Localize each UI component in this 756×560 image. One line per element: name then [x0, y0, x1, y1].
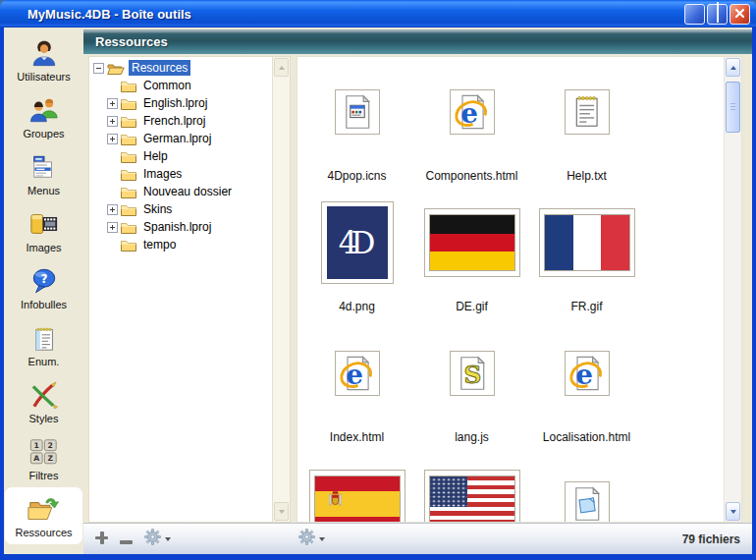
sidebar-item-menus[interactable]: Menus [4, 145, 83, 202]
file-name-label: FR.gif [570, 300, 602, 313]
expand-plus-icon[interactable] [107, 204, 118, 215]
ie-html-icon[interactable]: e [565, 351, 610, 396]
file-name-label: 4Dpop.icns [327, 169, 386, 183]
spain-flag-image [314, 476, 401, 522]
files-scroll-up-button[interactable] [726, 58, 740, 77]
tree-item-french-lproj[interactable]: French.lproj [89, 112, 272, 130]
folder-closed-icon [121, 133, 136, 145]
tree-item-spanish-lproj[interactable]: Spanish.lproj [89, 218, 272, 236]
file-thumb-wrap [424, 455, 520, 522]
js-file-icon[interactable]: S [450, 351, 495, 396]
sidebar-item-filtres[interactable]: 12AZ Filtres [4, 430, 83, 487]
tree-item-tempo[interactable]: tempo [89, 236, 272, 253]
tree-scrollbar[interactable] [272, 57, 290, 522]
close-button[interactable] [729, 4, 750, 25]
minus-icon [120, 531, 133, 548]
folder-open-icon [107, 62, 125, 75]
files-scroll-track[interactable] [725, 78, 741, 501]
flag-usa[interactable] [424, 470, 520, 522]
file-item-components-html[interactable]: e Components.html [414, 63, 529, 194]
file-item-help-txt[interactable]: Help.txt [529, 63, 644, 194]
plus-icon [95, 531, 108, 548]
files-scroll-thumb[interactable] [726, 82, 740, 133]
tree-item-label: French.lproj [140, 113, 208, 129]
window-controls [684, 4, 750, 25]
folder-closed-icon [121, 168, 136, 181]
add-button[interactable] [95, 531, 108, 548]
titlebar[interactable]: MyMusic.4DB - Boîte outils [0, 0, 756, 28]
menu-widget-icon [30, 151, 58, 183]
file-thumb-wrap [309, 455, 405, 522]
file-name-label: lang.js [455, 430, 489, 444]
sidebar-item-infobulles[interactable]: ? Infobulles [4, 259, 83, 316]
tree-item-help[interactable]: Help [89, 147, 272, 165]
file-item-index-html[interactable]: e Index.html [299, 324, 414, 455]
4d-logo-image[interactable]: 4D [321, 201, 394, 284]
file-item-row4-3[interactable] [529, 455, 644, 522]
sidebar-item-label: Images [26, 242, 61, 253]
file-name-label: Components.html [425, 169, 517, 183]
folder-closed-icon [121, 115, 136, 128]
tree-item-resources[interactable]: Resources [89, 59, 272, 77]
tree-item-nouveau-dossier[interactable]: Nouveau dossier [89, 183, 272, 200]
expand-plus-icon[interactable] [107, 116, 118, 127]
section-header: Ressources [83, 29, 752, 54]
tree-item-images[interactable]: Images [89, 165, 272, 183]
sidebar-item-groupes[interactable]: Groupes [4, 88, 83, 145]
expand-plus-icon[interactable] [107, 222, 118, 233]
window-title: MyMusic.4DB - Boîte outils [27, 7, 191, 22]
note-file-icon[interactable] [565, 481, 610, 522]
file-item-4dpop-icns[interactable]: 4Dpop.icns [299, 63, 414, 194]
ie-html-icon[interactable]: e [335, 351, 380, 396]
sidebar-item-utilisateurs[interactable]: Utilisateurs [4, 31, 83, 88]
tree-item-skins[interactable]: Skins [89, 200, 272, 218]
remove-button[interactable] [120, 531, 133, 548]
notepad-file-icon[interactable] [565, 89, 610, 135]
file-item-row4-2[interactable] [414, 455, 529, 522]
file-item-fr-gif[interactable]: FR.gif [529, 194, 644, 324]
sidebar-item-styles[interactable]: Styles [4, 373, 83, 430]
app-frame: Utilisateurs Groupes Menus Images ? Info… [0, 28, 756, 560]
file-thumb-wrap: e [565, 324, 610, 422]
svg-text:A: A [33, 454, 39, 463]
sidebar-item-ressources[interactable]: Ressources [5, 487, 82, 544]
tree-item-label: Images [140, 166, 185, 182]
tree-item-label: Common [140, 78, 194, 93]
tree-scroll-down-button[interactable] [274, 502, 289, 521]
files-scrollbar[interactable] [724, 57, 741, 522]
file-item-localisation-html[interactable]: e Localisation.html [529, 324, 644, 455]
flag-germany[interactable] [424, 208, 520, 277]
expand-plus-icon[interactable] [107, 98, 118, 109]
content: Ressources Resources Common English.lpro… [83, 28, 752, 554]
actions-left-button[interactable] [144, 529, 171, 549]
file-name-label: Localisation.html [543, 430, 630, 444]
tree-item-common[interactable]: Common [89, 77, 272, 94]
file-item-row4-1[interactable] [299, 455, 414, 522]
tree-item-german-lproj[interactable]: German.lproj [89, 130, 272, 147]
flag-france[interactable] [539, 208, 635, 277]
actions-right-button[interactable] [298, 529, 325, 549]
expand-plus-icon[interactable] [107, 134, 118, 144]
sidebar-item-label: Menus [27, 185, 60, 196]
sidebar-item-label: Filtres [29, 470, 59, 481]
icns-file-icon[interactable] [335, 89, 380, 135]
bottom-toolbar: 79 fichiers [83, 523, 752, 554]
files-scroll-down-button[interactable] [726, 502, 740, 521]
flag-spain[interactable] [309, 470, 405, 522]
svg-text:?: ? [40, 272, 47, 286]
file-item-lang-js[interactable]: S lang.js [414, 324, 529, 455]
minimize-button[interactable] [684, 4, 705, 25]
tree-item-english-lproj[interactable]: English.lproj [89, 94, 272, 112]
file-thumb-wrap [424, 194, 520, 292]
chevron-up-icon [730, 66, 736, 70]
file-item-4d-png[interactable]: 4D 4d.png [299, 194, 414, 324]
sidebar-item-images[interactable]: Images [4, 202, 83, 259]
maximize-button[interactable] [707, 4, 728, 25]
sidebar-item-label: Utilisateurs [17, 71, 70, 83]
tree-scroll-up-button[interactable] [274, 58, 289, 77]
file-thumb-wrap: S [450, 324, 495, 422]
ie-html-icon[interactable]: e [450, 89, 495, 135]
file-item-de-gif[interactable]: DE.gif [414, 194, 529, 324]
sidebar-item-enum[interactable]: Enum. [4, 316, 83, 373]
collapse-minus-icon[interactable] [93, 63, 104, 74]
